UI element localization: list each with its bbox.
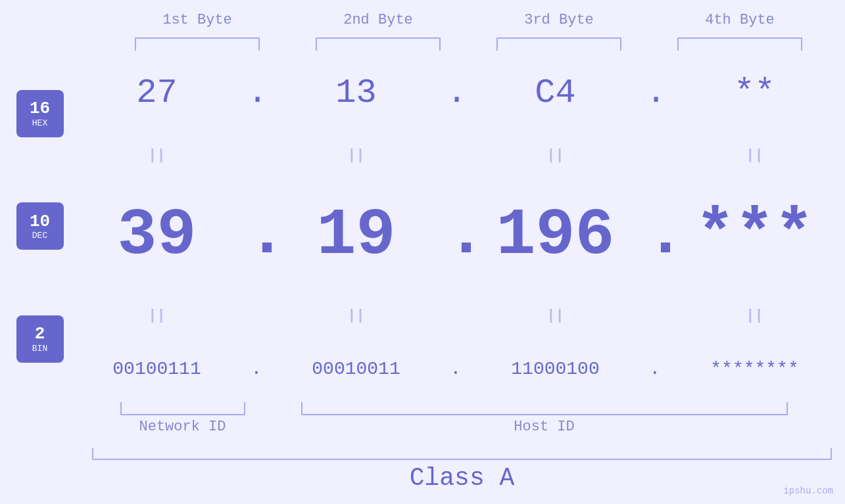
hex-val-1: 27 <box>136 74 177 112</box>
hex-dot-2: . <box>447 74 465 112</box>
hex-label: HEX <box>32 118 47 128</box>
equals-3a: || <box>546 147 564 164</box>
main-container: 1st Byte 2nd Byte 3rd Byte 4th Byte 16 H… <box>0 0 845 504</box>
bottom-section: Network ID Host ID <box>0 402 845 442</box>
dec-cell-2: 19 <box>266 198 447 273</box>
bin-cell-2: 00010011 <box>266 359 447 379</box>
bracket-cell-2 <box>288 37 469 51</box>
equals-4b: || <box>746 308 763 324</box>
equals-cell-2b: || <box>266 308 447 324</box>
bin-val-4: ******** <box>710 359 798 379</box>
top-bracket-2 <box>316 37 441 51</box>
class-section: Class A <box>0 448 845 495</box>
dec-dot-3: . <box>646 202 664 268</box>
host-id-label: Host ID <box>273 419 815 435</box>
hex-cell-2: 13 <box>266 74 447 112</box>
equals-cell-1a: || <box>66 147 247 164</box>
equals-2a: || <box>347 147 364 164</box>
bin-cell-3: 11000100 <box>465 359 646 379</box>
hex-cell-4: ** <box>664 74 845 112</box>
dec-val-2: 19 <box>316 198 395 273</box>
dec-number: 10 <box>30 212 50 231</box>
dec-label: DEC <box>32 231 47 241</box>
dec-val-3: 196 <box>496 198 614 273</box>
bracket-cell-3 <box>469 37 650 51</box>
bin-dot-2: . <box>447 359 465 379</box>
top-bracket-1 <box>135 37 260 51</box>
watermark: ipshu.com <box>783 486 833 496</box>
equals-1a: || <box>148 147 165 164</box>
byte-header-3: 3rd Byte <box>469 12 650 35</box>
equals-cell-3a: || <box>465 147 646 164</box>
dec-cell-4: *** <box>664 198 845 273</box>
equals-3b: || <box>546 308 564 324</box>
equals-2b: || <box>347 308 364 324</box>
top-brackets <box>0 37 845 51</box>
dec-val-1: 39 <box>117 198 196 273</box>
bin-row: 00100111 . 00010011 . 11000100 . *******… <box>66 359 845 379</box>
equals-1b: || <box>148 308 165 324</box>
hex-badge: 16 HEX <box>16 90 64 137</box>
dec-dot-1: . <box>247 202 266 268</box>
equals-cell-4a: || <box>664 147 845 164</box>
hex-val-2: 13 <box>335 74 376 112</box>
equals-cell-1b: || <box>66 308 247 324</box>
bin-val-1: 00100111 <box>112 359 201 379</box>
bin-val-3: 11000100 <box>511 359 599 379</box>
equals-4a: || <box>746 147 763 164</box>
equals-cell-2a: || <box>266 147 447 164</box>
network-bracket-container <box>92 402 273 415</box>
byte-headers: 1st Byte 2nd Byte 3rd Byte 4th Byte <box>0 0 845 35</box>
hex-row: 27 . 13 . C4 . ** <box>66 74 845 112</box>
bin-cell-1: 00100111 <box>66 359 247 379</box>
bin-badge: 2 BIN <box>16 315 64 363</box>
dec-val-4: *** <box>695 198 813 273</box>
hex-dot-1: . <box>247 74 266 112</box>
byte-header-2: 2nd Byte <box>288 12 469 35</box>
hex-dot-3: . <box>646 74 664 112</box>
hex-cell-1: 27 <box>66 74 247 112</box>
hex-cell-3: C4 <box>465 74 646 112</box>
dec-cell-3: 196 <box>465 198 646 273</box>
dec-row: 39 . 19 . 196 . *** <box>66 198 845 273</box>
bracket-cell-4 <box>650 37 831 51</box>
dec-dot-2: . <box>447 202 465 268</box>
bin-val-2: 00010011 <box>312 359 400 379</box>
hex-val-4: ** <box>734 74 775 112</box>
equals-cell-3b: || <box>465 308 646 324</box>
dec-cell-1: 39 <box>66 198 247 273</box>
top-bracket-4 <box>677 37 802 51</box>
equals-cell-4b: || <box>664 308 845 324</box>
equals-row-2: || || || || <box>66 306 845 325</box>
base-labels: 16 HEX 10 DEC 2 BIN <box>13 51 66 402</box>
top-bracket-3 <box>496 37 621 51</box>
bin-label: BIN <box>32 344 47 354</box>
bin-number: 2 <box>35 325 45 344</box>
host-bracket-container <box>273 402 815 415</box>
hex-val-3: C4 <box>535 74 575 112</box>
content-area: 16 HEX 10 DEC 2 BIN 27 . 13 <box>0 51 845 402</box>
network-bracket <box>120 402 245 415</box>
bin-dot-3: . <box>646 359 664 379</box>
equals-row-1: || || || || <box>66 146 845 166</box>
bracket-cell-1 <box>107 37 288 51</box>
id-labels-row: Network ID Host ID <box>92 419 832 435</box>
dec-badge: 10 DEC <box>16 202 64 250</box>
hex-number: 16 <box>30 99 50 118</box>
byte-header-4: 4th Byte <box>650 12 831 35</box>
bin-dot-1: . <box>247 359 266 379</box>
bottom-brackets-row <box>92 402 832 415</box>
byte-header-1: 1st Byte <box>107 12 288 35</box>
bin-cell-4: ******** <box>664 359 845 379</box>
values-grid: 27 . 13 . C4 . ** || <box>66 51 845 402</box>
class-label: Class A <box>92 464 832 495</box>
network-id-label: Network ID <box>92 419 273 435</box>
host-bracket <box>301 402 788 415</box>
class-bracket <box>92 448 832 460</box>
